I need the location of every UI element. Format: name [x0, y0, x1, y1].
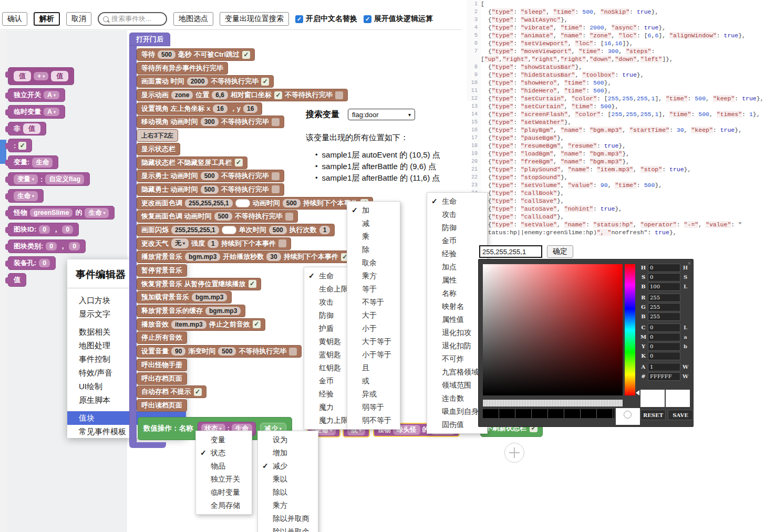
- block-checkbox-unchecked[interactable]: [272, 185, 280, 193]
- field-input[interactable]: 0: [648, 342, 680, 351]
- event-block[interactable]: 设置音量90渐变时间500不等待执行完毕: [137, 345, 302, 358]
- event-block[interactable]: 自动存档 不提示✓: [137, 385, 206, 398]
- event-block[interactable]: 上右3下2左: [137, 129, 178, 142]
- event-block[interactable]: 释放背景音乐的缓存bgm.mp3: [137, 305, 245, 317]
- event-block[interactable]: 呼出存档页面: [137, 372, 187, 385]
- palette-block[interactable]: :✓: [8, 139, 32, 152]
- block-checkbox-unchecked[interactable]: [278, 239, 286, 247]
- block-field[interactable]: 0: [62, 225, 73, 234]
- block-checkbox-checked[interactable]: ✓: [253, 320, 261, 328]
- color-confirm-button[interactable]: 确定: [547, 245, 573, 258]
- block-field[interactable]: 30: [266, 253, 281, 261]
- block-checkbox-checked[interactable]: ✓: [18, 142, 26, 150]
- field-input[interactable]: 1: [648, 363, 680, 371]
- event-block[interactable]: 恢复背景音乐 从暂停位置继续播放✓: [137, 278, 261, 290]
- zoom-plus-icon[interactable]: [504, 443, 524, 463]
- field-input[interactable]: 255: [648, 312, 680, 321]
- swatch-circle-icon[interactable]: [624, 411, 632, 419]
- search-event-block-input[interactable]: 搜索事件块...: [98, 12, 167, 26]
- palette-block[interactable]: 非值: [8, 122, 46, 135]
- field-input[interactable]: 0: [648, 264, 680, 272]
- menu-item[interactable]: 乘方: [347, 269, 400, 283]
- block-field[interactable]: 500: [283, 199, 301, 207]
- block-field[interactable]: bgm.mp3: [192, 293, 227, 301]
- block-checkbox-checked[interactable]: ✓: [249, 280, 256, 288]
- block-checkbox-unchecked[interactable]: [272, 172, 280, 180]
- variable-select[interactable]: flag:door ▾: [348, 109, 415, 120]
- menu-item[interactable]: 弱不等于: [347, 414, 400, 427]
- swatch-strip[interactable]: [483, 409, 614, 418]
- block-field[interactable]: 500: [269, 226, 287, 234]
- menu-item[interactable]: 全局存储: [196, 499, 252, 512]
- palette-block[interactable]: 值+▾值: [8, 67, 74, 85]
- block-field[interactable]: 0: [39, 225, 50, 234]
- block-field[interactable]: 255,255,255,1: [171, 226, 219, 234]
- saturation-value-gradient[interactable]: [483, 264, 623, 395]
- field-input[interactable]: 0: [648, 352, 680, 360]
- event-wrapper-header[interactable]: 打开门后: [129, 33, 170, 46]
- block-field[interactable]: bgm.mp3: [185, 253, 220, 261]
- event-block[interactable]: 隐藏状态栏 不隐藏竖屏工具栏✓: [137, 157, 247, 169]
- block-field[interactable]: 0: [46, 242, 57, 251]
- field-input[interactable]: FFFFFF: [648, 372, 680, 381]
- menu-item[interactable]: 防御: [427, 221, 487, 234]
- palette-block[interactable]: 值: [8, 273, 26, 287]
- menu-item[interactable]: 小于: [347, 322, 400, 335]
- event-block[interactable]: 移动视角 动画时间300不等待执行完毕: [137, 116, 284, 128]
- block-dropdown[interactable]: +▾: [34, 72, 48, 80]
- field-input[interactable]: 255: [648, 294, 680, 302]
- menu-item[interactable]: 异或: [347, 388, 400, 401]
- block-dropdown[interactable]: 生命▾: [14, 191, 38, 201]
- menu-item[interactable]: 除以并取余: [258, 525, 318, 532]
- menu-item[interactable]: 临时变量: [196, 486, 252, 499]
- palette-block[interactable]: 变量:生命: [8, 155, 58, 169]
- menu-item[interactable]: 等于: [347, 283, 400, 296]
- block-dropdown[interactable]: A▾: [44, 108, 59, 116]
- event-block[interactable]: 更改天气无▾强度1持续到下个本事件: [137, 237, 291, 250]
- menu-item[interactable]: 乘方: [258, 499, 318, 512]
- variable-position-search-button[interactable]: 变量出现位置搜索: [220, 12, 289, 26]
- menu-item[interactable]: 除: [347, 243, 400, 256]
- palette-block[interactable]: 图块类别:0，0: [8, 239, 86, 253]
- menu-item[interactable]: 乘以: [258, 473, 318, 486]
- checkbox-checked-icon[interactable]: ✓: [295, 15, 303, 23]
- palette-block[interactable]: 独立开关A▾: [8, 88, 65, 102]
- menu-item[interactable]: 经验: [427, 247, 487, 260]
- menu-item[interactable]: 物品: [196, 460, 252, 473]
- block-field[interactable]: 16: [213, 105, 227, 113]
- block-field[interactable]: zone: [171, 91, 193, 99]
- block-field[interactable]: 500: [218, 347, 236, 356]
- menu-item[interactable]: 攻击: [427, 208, 487, 221]
- menu-item[interactable]: 弱等于: [347, 401, 400, 414]
- field-input[interactable]: 100: [648, 283, 680, 291]
- block-dropdown[interactable]: A▾: [44, 91, 59, 99]
- event-block[interactable]: 显示勇士 动画时间500不等待执行完毕: [137, 170, 284, 182]
- checkbox-chinese-replace[interactable]: ✓ 开启中文名替换: [295, 12, 357, 26]
- block-checkbox-checked[interactable]: ✓: [261, 78, 269, 86]
- reset-button[interactable]: RESET: [640, 410, 666, 420]
- block-field[interactable]: 500: [158, 50, 175, 59]
- block-checkbox-unchecked[interactable]: [289, 348, 297, 356]
- palette-block[interactable]: 临时变量A▾: [8, 105, 65, 119]
- menu-item[interactable]: 或: [347, 374, 400, 388]
- save-button[interactable]: SAVE: [668, 410, 693, 420]
- block-field[interactable]: 16: [243, 105, 257, 113]
- field-input[interactable]: 0: [648, 273, 680, 281]
- event-block[interactable]: 等待所有异步事件执行完毕: [137, 62, 228, 75]
- block-field[interactable]: 500: [201, 172, 219, 180]
- confirm-button[interactable]: 确认: [2, 12, 27, 26]
- event-block[interactable]: 恢复画面色调 动画时间500不等待执行完毕: [137, 210, 298, 223]
- block-field[interactable]: 90: [171, 347, 185, 356]
- block-field[interactable]: 500: [201, 185, 219, 194]
- cancel-button[interactable]: 取消: [66, 12, 91, 26]
- menu-item[interactable]: 除以: [258, 486, 318, 499]
- menu-item[interactable]: 变量: [196, 433, 252, 446]
- block-dropdown[interactable]: 生命▾: [85, 208, 109, 218]
- color-swatch[interactable]: [222, 226, 236, 234]
- block-checkbox-unchecked[interactable]: [285, 213, 293, 221]
- menu-item[interactable]: ✓减少: [258, 460, 318, 473]
- menu-item[interactable]: 不等于: [347, 296, 400, 309]
- menu-item[interactable]: 大于: [347, 309, 400, 322]
- event-block[interactable]: 停止所有音效: [137, 331, 187, 344]
- event-block[interactable]: 显示动画zone位置6,6相对窗口坐标✓不等待执行完毕: [137, 89, 348, 101]
